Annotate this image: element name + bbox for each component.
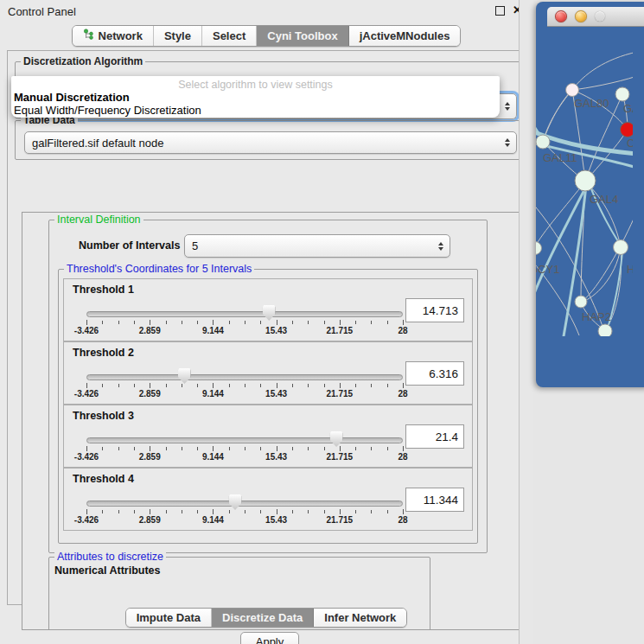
node-label: GA [623, 102, 633, 115]
slider-thumb[interactable] [330, 431, 343, 447]
interval-definition-group: Interval Definition Number of Intervals … [48, 220, 488, 553]
dropdown-option-equal-width-frequency[interactable]: Equal Width/Frequency Discretization [14, 104, 201, 117]
threshold-label: Threshold 4 [73, 473, 134, 485]
table-data-combobox[interactable]: galFiltered.sif default node [24, 131, 517, 154]
control-panel: Control Panel ✕ Network [0, 0, 532, 644]
tab-impute-data[interactable]: Impute Data [126, 609, 212, 627]
window-close-icon[interactable] [555, 10, 567, 22]
tick-marks [86, 446, 403, 452]
network-window-titlebar[interactable] [547, 7, 644, 27]
settings-scrollpane: Interval Definition Number of Intervals … [22, 212, 533, 630]
cyni-toolbox-panel: Discretization Algorithm Table Data galF… [7, 50, 529, 605]
node-hap2[interactable] [575, 296, 587, 308]
node-selected-red[interactable] [621, 123, 634, 137]
threshold-1-slider[interactable]: -3.4262.8599.14415.4321.71528 [86, 308, 403, 334]
node-label: CY [627, 137, 633, 150]
threshold-2-panel: Threshold 2 -3.4262.8599.14415.4321.7152… [63, 341, 473, 405]
threshold-label: Threshold 3 [73, 410, 134, 422]
threshold-4-slider[interactable]: -3.4262.8599.14415.4321.71528 [86, 497, 403, 523]
slider-track[interactable] [86, 501, 403, 507]
tick-labels: -3.4262.8599.14415.4321.71528 [86, 389, 403, 399]
network-tree-icon [83, 29, 94, 43]
numerical-attributes-heading: Numerical Attributes [54, 564, 160, 577]
node-gal11[interactable] [536, 135, 550, 149]
slider-thumb[interactable] [263, 305, 276, 321]
apply-button[interactable]: Apply [240, 632, 299, 644]
node-partial-mid-right[interactable] [614, 240, 628, 255]
tab-label: Style [164, 29, 191, 42]
threshold-2-slider[interactable]: -3.4262.8599.14415.4321.71528 [86, 371, 403, 397]
node-gcy1[interactable] [536, 242, 542, 255]
group-title: Threshold's Coordinates for 5 Intervals [64, 263, 254, 275]
tab-label: Network [99, 29, 143, 42]
slider-thumb[interactable] [178, 368, 191, 384]
slider-thumb[interactable] [229, 494, 242, 510]
threshold-4-panel: Threshold 4 -3.4262.8599.14415.4321.7152… [63, 468, 473, 531]
node-bottom-partial[interactable] [598, 324, 612, 336]
control-panel-title: Control Panel [8, 5, 76, 18]
network-canvas[interactable]: GAL80 GA CY GAL11 GAL4 GCY1 HI HAP2 [536, 2, 644, 340]
control-panel-titlebar: Control Panel ✕ [0, 0, 532, 22]
group-title: Attributes to discretize [54, 551, 166, 563]
number-of-intervals-value: 5 [185, 239, 438, 252]
node-gal80[interactable] [566, 84, 579, 97]
node-label: GAL80 [574, 97, 609, 110]
tick-marks [86, 320, 403, 326]
number-of-intervals-combobox[interactable]: 5 [184, 234, 450, 258]
threshold-value-field[interactable] [405, 361, 464, 386]
slider-track[interactable] [86, 437, 403, 443]
node-label: GCY1 [536, 263, 559, 276]
tab-infer-network[interactable]: Infer Network [314, 609, 406, 627]
dropdown-hint: Select algorithm to view settings [11, 79, 500, 91]
group-title: Interval Definition [54, 214, 143, 226]
top-tab-bar: Network Style Select Cyni Toolbox jActiv… [0, 25, 532, 47]
node-partial-top-right[interactable] [615, 87, 629, 101]
tab-label: Impute Data [137, 611, 201, 624]
tab-label: jActiveMNodules [360, 29, 450, 42]
tab-network[interactable]: Network [73, 26, 154, 46]
window-minimize-icon[interactable] [575, 10, 587, 22]
tick-marks [86, 509, 403, 515]
chevron-updown-icon [505, 102, 510, 111]
node-label: GAL11 [543, 151, 577, 164]
tab-discretize-data[interactable]: Discretize Data [212, 609, 314, 627]
slider-track[interactable] [86, 374, 403, 380]
table-data-group: Table Data galFiltered.sif default node [15, 120, 526, 160]
panel-divider-gutter[interactable] [519, 0, 533, 644]
threshold-value-field[interactable] [405, 424, 464, 449]
threshold-1-panel: Threshold 1 -3.4262.8599.14415.4321.7152… [63, 278, 473, 341]
algorithm-dropdown-popup: Select algorithm to view settings Manual… [11, 76, 500, 118]
chevron-updown-icon [505, 138, 510, 147]
threshold-value-field[interactable] [405, 488, 464, 512]
tick-labels: -3.4262.8599.14415.4321.71528 [86, 515, 403, 526]
network-view-window[interactable]: GAL80 GA CY GAL11 GAL4 GCY1 HI HAP2 [536, 2, 644, 387]
tick-labels: -3.4262.8599.14415.4321.71528 [86, 452, 403, 462]
node-gal4[interactable] [575, 170, 596, 191]
window-zoom-icon[interactable] [595, 11, 605, 22]
tick-marks [86, 383, 403, 389]
float-window-icon[interactable] [495, 6, 505, 16]
network-graph: GAL80 GA CY GAL11 GAL4 GCY1 HI HAP2 [536, 2, 633, 336]
dropdown-option-manual-discretization[interactable]: Manual Discretization [14, 91, 130, 104]
number-of-intervals-label: Number of Intervals [79, 239, 180, 252]
group-title: Discretization Algorithm [21, 55, 145, 67]
bottom-tab-bar: Impute Data Discretize Data Infer Networ… [0, 608, 532, 628]
tab-style[interactable]: Style [154, 26, 202, 46]
threshold-3-slider[interactable]: -3.4262.8599.14415.4321.71528 [86, 434, 403, 460]
tab-cyni-toolbox[interactable]: Cyni Toolbox [257, 26, 348, 46]
tab-label: Discretize Data [222, 611, 303, 624]
chevron-updown-icon [438, 242, 443, 251]
tab-label: Cyni Toolbox [267, 29, 337, 42]
tab-label: Infer Network [324, 611, 396, 624]
node-label: HI [627, 263, 633, 276]
slider-track[interactable] [86, 311, 403, 317]
threshold-label: Threshold 2 [73, 347, 134, 359]
threshold-value-field[interactable] [405, 298, 464, 322]
table-data-combobox-value: galFiltered.sif default node [25, 137, 505, 150]
tab-jactivemnodules[interactable]: jActiveMNodules [349, 26, 461, 46]
node-label: HAP2 [582, 310, 611, 323]
tab-select[interactable]: Select [202, 26, 257, 46]
screen: Control Panel ✕ Network [0, 0, 644, 644]
tab-label: Select [213, 29, 245, 42]
tick-labels: -3.4262.8599.14415.4321.71528 [86, 326, 403, 336]
